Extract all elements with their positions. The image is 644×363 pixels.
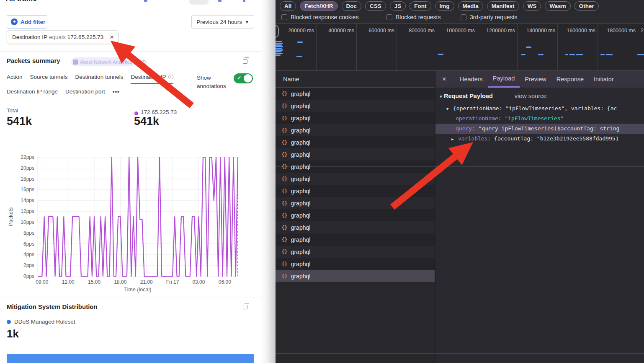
- filter-pill-doc[interactable]: Doc: [342, 1, 362, 11]
- timeline-tick-label: 400000 ms: [328, 28, 354, 34]
- tab-destination-port[interactable]: Destination port: [65, 88, 105, 95]
- request-row-graphql[interactable]: {}graphql: [276, 246, 435, 258]
- filter-pill-media[interactable]: Media: [458, 1, 483, 11]
- checkbox-blocked-requests[interactable]: Blocked requests: [386, 14, 440, 21]
- request-row-graphql[interactable]: {}graphql: [276, 148, 435, 161]
- request-row-graphql[interactable]: {}graphql: [276, 112, 435, 124]
- payload-tree-row[interactable]: operationName: "ipFlowTimeseries": [435, 114, 644, 124]
- view-source-link[interactable]: view source: [515, 93, 547, 99]
- filter-pill-wasm[interactable]: Wasm: [545, 1, 570, 11]
- tab-destination-ip[interactable]: Destination IPⓘ: [131, 74, 173, 84]
- filter-pill-all[interactable]: All: [280, 1, 296, 11]
- tab-action[interactable]: Action: [7, 74, 23, 84]
- more-tabs-button[interactable]: •••: [113, 88, 120, 95]
- request-row-graphql[interactable]: {}graphql: [276, 173, 435, 185]
- request-type-filterbar: AllFetch/XHRDocCSSJSFontImgMediaManifest…: [276, 0, 644, 12]
- tab-destination-ip-range[interactable]: Destination IP range: [7, 88, 58, 95]
- detail-tab-payload[interactable]: Payload: [488, 71, 520, 88]
- filter-pill-manifest[interactable]: Manifest: [487, 1, 519, 11]
- request-row-graphql[interactable]: {}graphql: [276, 136, 435, 148]
- request-row-graphql[interactable]: {}graphql: [276, 209, 435, 221]
- checkbox-icon[interactable]: [461, 14, 466, 20]
- timeline-tick-label: 1800000 ms: [607, 28, 636, 34]
- filter-pill-js[interactable]: JS: [390, 1, 406, 11]
- timeline-tick-label: 800000 ms: [409, 28, 435, 34]
- key-value-separator: :: [472, 125, 479, 132]
- svg-text:21:00: 21:00: [140, 279, 153, 285]
- request-row-graphql[interactable]: {}graphql: [276, 233, 435, 246]
- name-column-header[interactable]: Name: [276, 71, 435, 88]
- mitigation-legend: DDoS Managed Ruleset: [7, 319, 75, 325]
- detail-tab-headers[interactable]: Headers: [455, 71, 488, 88]
- network-overview-timeline[interactable]: 200000 ms400000 ms600000 ms800000 ms1000…: [276, 24, 644, 71]
- filter-pill-img[interactable]: Img: [435, 1, 454, 11]
- svg-text:10pps: 10pps: [21, 219, 34, 225]
- expand-copy-icon[interactable]: [243, 59, 247, 64]
- filter-pill-fetch-xhr[interactable]: Fetch/XHR: [300, 1, 337, 11]
- request-row-graphql[interactable]: {}graphql: [276, 100, 435, 112]
- about-network-analytics-badge[interactable]: About Network Analytics: [71, 57, 136, 66]
- checkbox-label: 3rd-party requests: [470, 14, 518, 21]
- request-name: graphql: [291, 176, 311, 182]
- collapse-triangle-icon[interactable]: ▼: [439, 94, 443, 99]
- detail-tab-initiator[interactable]: Initiator: [589, 71, 619, 88]
- detail-tab-preview[interactable]: Preview: [520, 71, 551, 88]
- svg-text:12pps: 12pps: [21, 208, 34, 214]
- waterfall-request-bar: [606, 54, 613, 55]
- tab-source-tunnels[interactable]: Source tunnels: [30, 74, 68, 84]
- checkbox-blocked-response-cookies[interactable]: Blocked response cookies: [281, 14, 359, 21]
- waterfall-request-bar: [276, 41, 282, 42]
- filter-pill-other[interactable]: Other: [574, 1, 599, 11]
- payload-value: "query ipFlowTimeseries($accountTag: str…: [479, 125, 620, 132]
- waterfall-request-bar: [296, 56, 302, 57]
- timeline-gridline: [477, 24, 477, 71]
- timeline-gridline: [557, 24, 558, 71]
- request-row-graphql[interactable]: {}graphql: [276, 270, 435, 282]
- add-filter-label: Add filter: [21, 19, 45, 25]
- svg-text:Packets: Packets: [8, 207, 14, 226]
- checkbox-3rd-party-requests[interactable]: 3rd-party requests: [461, 14, 518, 21]
- waterfall-request-bar: [538, 54, 544, 55]
- json-braces-icon: {}: [281, 127, 287, 133]
- check-icon: ✓: [237, 75, 241, 81]
- request-row-graphql[interactable]: {}graphql: [276, 88, 435, 100]
- request-row-graphql[interactable]: {}graphql: [276, 124, 435, 136]
- payload-tree-row[interactable]: ▶variables: {accountTag: "b12e3b2192ee55…: [435, 134, 644, 144]
- json-braces-icon: {}: [281, 91, 287, 97]
- waterfall-request-bar: [565, 54, 568, 55]
- add-filter-button[interactable]: + Add filter: [7, 15, 47, 29]
- tab-destination-tunnels[interactable]: Destination tunnels: [75, 74, 124, 84]
- waterfall-request-bar: [637, 54, 644, 55]
- detail-tab-response[interactable]: Response: [551, 71, 589, 88]
- filter-pill-css[interactable]: CSS: [365, 1, 386, 11]
- waterfall-request-bar: [600, 54, 605, 55]
- show-annotations-toggle[interactable]: ✓: [234, 73, 253, 83]
- svg-text:20pps: 20pps: [21, 165, 34, 171]
- timeline-tick-label: 1400000 ms: [526, 28, 555, 34]
- json-braces-icon: {}: [281, 249, 287, 255]
- time-range-dropdown[interactable]: Previous 24 hours ▼: [191, 15, 254, 29]
- svg-text:4pps: 4pps: [23, 252, 34, 257]
- expand-copy-icon[interactable]: [243, 305, 247, 309]
- payload-tree-row[interactable]: ▼{operationName: "ipFlowTimeseries", var…: [435, 104, 644, 114]
- checkbox-icon[interactable]: [281, 14, 287, 20]
- close-icon[interactable]: ×: [442, 75, 455, 83]
- svg-text:18pps: 18pps: [21, 176, 34, 182]
- svg-text:15:00: 15:00: [88, 279, 100, 285]
- divider: [0, 51, 261, 52]
- request-row-graphql[interactable]: {}graphql: [276, 221, 435, 233]
- remove-filter-icon[interactable]: ×: [110, 34, 114, 41]
- request-row-graphql[interactable]: {}graphql: [276, 197, 435, 209]
- checkbox-icon[interactable]: [386, 14, 392, 20]
- request-row-graphql[interactable]: {}graphql: [276, 185, 435, 197]
- filter-pill-font[interactable]: Font: [410, 1, 431, 11]
- checkbox-label: Blocked requests: [396, 14, 440, 21]
- filter-chip[interactable]: Destination IP equals 172.65.225.73 ×: [7, 30, 118, 44]
- overview-handle-artifact: [276, 25, 279, 38]
- expanded-triangle-icon[interactable]: ▼: [446, 104, 453, 114]
- request-row-graphql[interactable]: {}graphql: [276, 258, 435, 270]
- collapsed-triangle-icon[interactable]: ▶: [451, 134, 458, 144]
- request-name: graphql: [291, 249, 311, 255]
- payload-tree-row[interactable]: query: "query ipFlowTimeseries($accountT…: [435, 124, 644, 134]
- filter-pill-ws[interactable]: WS: [523, 1, 541, 11]
